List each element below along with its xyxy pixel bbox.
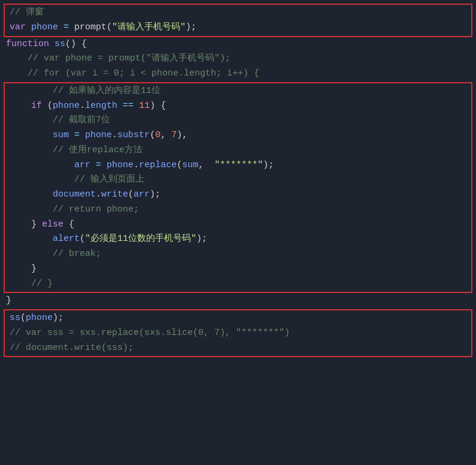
code-line-18: } xyxy=(7,262,469,277)
code-editor: // 弹窗 var phone = prompt("请输入手机号码"); fun… xyxy=(0,0,476,465)
code-line-6: // 如果输入的内容是11位 xyxy=(7,84,469,99)
code-line-9: sum = phone.substr(0, 7), xyxy=(7,128,469,143)
code-line-10: // 使用replace方法 xyxy=(7,143,469,158)
code-line-21: ss(phone); xyxy=(7,311,469,326)
code-line-1: // 弹窗 xyxy=(7,5,469,20)
highlight-box-bottom: ss(phone); // var sss = sxs.replace(sxs.… xyxy=(4,309,472,357)
code-line-8: // 截取前7位 xyxy=(7,113,469,128)
code-line-20: } xyxy=(0,294,476,309)
highlight-box-middle: // 如果输入的内容是11位 if (phone.length == 11) {… xyxy=(4,82,472,294)
code-line-17: // break; xyxy=(7,247,469,262)
highlight-box-top: // 弹窗 var phone = prompt("请输入手机号码"); xyxy=(4,4,472,37)
code-line-15: } else { xyxy=(7,218,469,232)
code-line-2: var phone = prompt("请输入手机号码"); xyxy=(7,20,469,35)
code-line-3: function ss() { xyxy=(0,37,476,52)
code-line-23: // document.write(sss); xyxy=(7,341,469,356)
code-line-16: alert("必须是11位数的手机号码"); xyxy=(7,232,469,247)
code-line-11: arr = phone.replace(sum, "*******"); xyxy=(7,158,469,173)
code-line-13: document.write(arr); xyxy=(7,188,469,203)
code-line-14: // return phone; xyxy=(7,203,469,218)
code-line-5: // for (var i = 0; i < phone.length; i++… xyxy=(0,67,476,81)
code-line-7: if (phone.length == 11) { xyxy=(7,99,469,114)
code-line-22: // var sss = sxs.replace(sxs.slice(0, 7)… xyxy=(7,326,469,341)
code-line-12: // 输入到页面上 xyxy=(7,173,469,188)
code-line-4: // var phone = prompt("请输入手机号码"); xyxy=(0,52,476,67)
code-line-19: // } xyxy=(7,277,469,292)
